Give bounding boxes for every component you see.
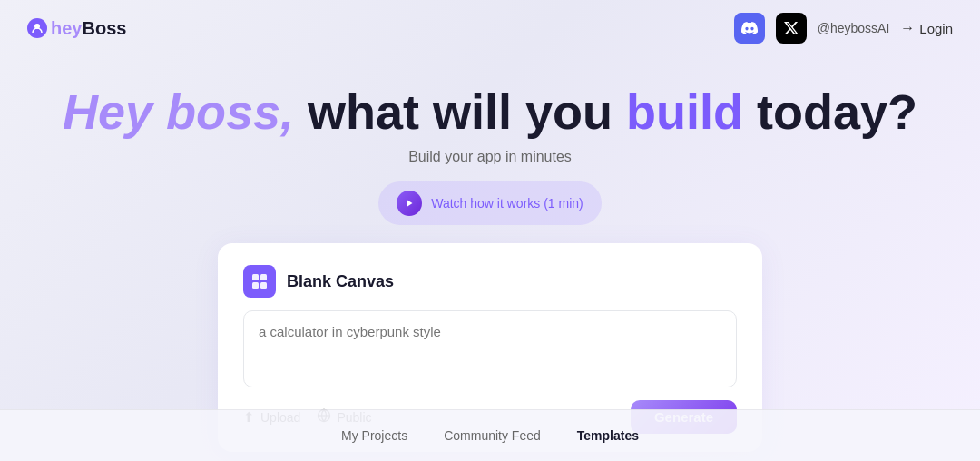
- nav-community-feed[interactable]: Community Feed: [426, 423, 559, 448]
- hero-title: Hey boss, what will you build today?: [18, 83, 962, 140]
- login-arrow-icon: →: [900, 20, 915, 36]
- bottom-nav: My Projects Community Feed Templates: [0, 409, 980, 461]
- hero-title-comma: ,: [280, 84, 308, 139]
- card-header: Blank Canvas: [243, 265, 737, 298]
- nav-community-feed-label: Community Feed: [444, 428, 541, 443]
- logo-icon: [27, 18, 47, 38]
- login-button[interactable]: → Login: [900, 20, 953, 36]
- watch-label: Watch how it works (1 min): [431, 196, 583, 211]
- svg-rect-4: [252, 282, 259, 289]
- play-icon: [397, 191, 422, 216]
- textarea-wrapper[interactable]: [243, 310, 737, 387]
- watch-button[interactable]: Watch how it works (1 min): [378, 181, 602, 225]
- header: heyBoss @heybossAI → Login: [0, 0, 980, 56]
- nav-templates[interactable]: Templates: [559, 423, 657, 448]
- hero-title-today: today?: [743, 84, 917, 139]
- svg-rect-5: [260, 282, 267, 289]
- twitter-handle[interactable]: @heybossAI: [818, 21, 890, 35]
- twitter-button[interactable]: [776, 13, 807, 44]
- svg-rect-3: [260, 274, 267, 280]
- logo[interactable]: heyBoss: [27, 18, 126, 39]
- nav-my-projects[interactable]: My Projects: [323, 423, 426, 448]
- card-title: Blank Canvas: [287, 272, 394, 291]
- svg-rect-2: [252, 274, 259, 280]
- login-label: Login: [919, 21, 953, 36]
- discord-button[interactable]: [734, 13, 765, 44]
- logo-text: heyBoss: [51, 18, 126, 39]
- hero-subtitle: Build your app in minutes: [18, 149, 962, 165]
- hero-title-what: what will you: [308, 84, 626, 139]
- nav-templates-label: Templates: [577, 428, 639, 443]
- hero-title-build: build: [626, 84, 743, 139]
- prompt-input[interactable]: [259, 324, 721, 370]
- hero-section: Hey boss, what will you build today? Bui…: [0, 56, 980, 243]
- header-right: @heybossAI → Login: [734, 13, 953, 44]
- nav-my-projects-label: My Projects: [341, 428, 407, 443]
- canvas-icon: [243, 265, 276, 298]
- svg-marker-1: [407, 201, 413, 207]
- hero-title-hey: Hey boss: [63, 84, 280, 139]
